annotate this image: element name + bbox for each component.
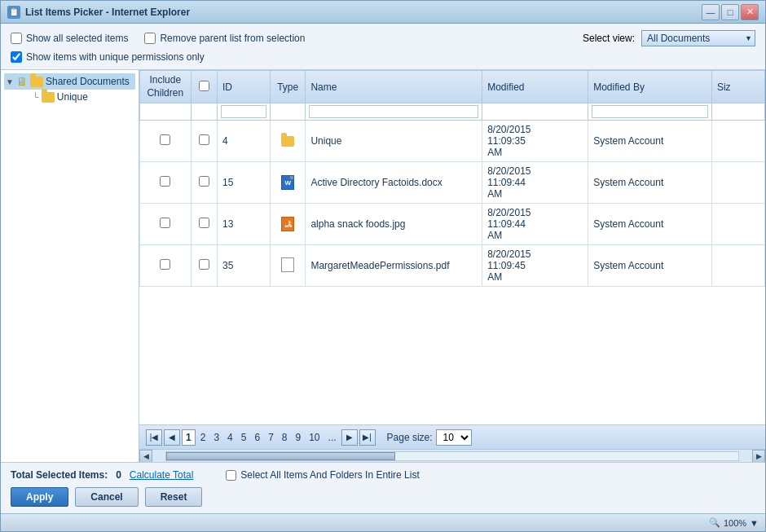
cell-include-2[interactable] bbox=[140, 162, 192, 204]
title-bar: 📋 List Items Picker - Internet Explorer … bbox=[1, 1, 765, 24]
page-ellipsis: ... bbox=[325, 430, 340, 445]
cell-size-3 bbox=[711, 204, 764, 245]
page-4[interactable]: 4 bbox=[224, 430, 236, 445]
last-page-button[interactable]: ▶| bbox=[359, 429, 376, 446]
minimize-button[interactable]: — bbox=[702, 4, 720, 20]
include-check-2[interactable] bbox=[160, 176, 170, 187]
cell-type-4 bbox=[271, 245, 306, 287]
select-all-checkbox[interactable] bbox=[199, 81, 209, 91]
data-grid[interactable]: IncludeChildren ID Type Name Modified Mo… bbox=[139, 70, 765, 424]
filter-name[interactable] bbox=[306, 103, 482, 121]
show-all-selected-checkbox[interactable]: Show all selected items bbox=[11, 33, 128, 44]
page-1[interactable]: 1 bbox=[182, 429, 196, 446]
select-all-entire-input[interactable] bbox=[226, 470, 236, 481]
scroll-left-button[interactable]: ◀ bbox=[139, 450, 152, 463]
page-size-select[interactable]: 5 10 25 50 bbox=[436, 429, 472, 446]
col-header-checkbox bbox=[191, 71, 218, 103]
page-6[interactable]: 6 bbox=[251, 430, 263, 445]
page-3[interactable]: 3 bbox=[210, 430, 222, 445]
cell-modified-3: 8/20/201511:09:44AM bbox=[482, 204, 588, 245]
cell-modified-by-3: System Account bbox=[588, 204, 712, 245]
page-5[interactable]: 5 bbox=[238, 430, 250, 445]
reset-button[interactable]: Reset bbox=[145, 487, 203, 507]
zoom-icon: 🔍 bbox=[709, 517, 720, 528]
pdf-file-icon bbox=[281, 257, 294, 272]
cell-size-4 bbox=[711, 245, 764, 287]
cell-name-4: MargaretMeadePermissions.pdf bbox=[306, 245, 482, 287]
select-all-area[interactable]: Select All Items And Folders In Entire L… bbox=[226, 469, 419, 481]
filter-id-input[interactable] bbox=[221, 105, 266, 118]
row-check-1[interactable] bbox=[199, 134, 209, 145]
show-all-selected-label: Show all selected items bbox=[26, 33, 128, 44]
cancel-button[interactable]: Cancel bbox=[75, 487, 138, 507]
page-size-area: Page size: 5 10 25 50 bbox=[387, 429, 472, 446]
network-icon: 🖥 bbox=[16, 75, 28, 88]
row-check-3[interactable] bbox=[199, 218, 209, 228]
expand-icon: ▼ bbox=[6, 77, 14, 86]
scroll-track[interactable] bbox=[165, 451, 739, 461]
include-check-3[interactable] bbox=[160, 218, 170, 228]
col-header-modified-by: Modified By bbox=[588, 71, 712, 103]
filter-modified-by-input[interactable] bbox=[592, 105, 708, 118]
page-9[interactable]: 9 bbox=[293, 430, 305, 445]
tree-item-shared-docs[interactable]: ▼ 🖥 Shared Documents bbox=[4, 73, 135, 90]
filter-modified-by[interactable] bbox=[588, 103, 712, 121]
cell-include-1[interactable] bbox=[140, 121, 192, 162]
filter-checkbox bbox=[191, 103, 218, 121]
tree-panel: ▼ 🖥 Shared Documents └ Unique bbox=[1, 70, 139, 462]
remove-parent-checkbox[interactable]: Remove parent list from selection bbox=[144, 33, 305, 44]
filter-type bbox=[271, 103, 306, 121]
close-button[interactable]: ✕ bbox=[741, 4, 759, 20]
first-page-button[interactable]: |◀ bbox=[146, 429, 162, 446]
include-check-1[interactable] bbox=[160, 134, 170, 145]
cell-include-3[interactable] bbox=[140, 204, 192, 245]
row-check-2[interactable] bbox=[199, 176, 209, 187]
tree-child: └ Unique bbox=[4, 90, 135, 104]
page-8[interactable]: 8 bbox=[279, 430, 291, 445]
next-page-button[interactable]: ▶ bbox=[341, 429, 358, 446]
remove-parent-label: Remove parent list from selection bbox=[160, 33, 305, 44]
total-count: 0 bbox=[116, 469, 121, 481]
page-7[interactable]: 7 bbox=[265, 430, 277, 445]
page-10[interactable]: 10 bbox=[306, 430, 323, 445]
scroll-thumb[interactable] bbox=[166, 452, 395, 460]
filter-include bbox=[140, 103, 192, 121]
status-zoom: 🔍 100% ▼ bbox=[709, 517, 759, 528]
col-header-type: Type bbox=[271, 71, 306, 103]
total-row: Total Selected Items: 0 Calculate Total … bbox=[11, 469, 755, 481]
cell-id-4: 35 bbox=[218, 245, 271, 287]
cell-checkbox-3[interactable] bbox=[191, 204, 218, 245]
show-unique-input[interactable] bbox=[11, 51, 22, 63]
filter-id[interactable] bbox=[218, 103, 271, 121]
show-all-selected-input[interactable] bbox=[11, 33, 22, 44]
apply-button[interactable]: Apply bbox=[11, 487, 68, 507]
cell-name-1: Unique bbox=[306, 121, 482, 162]
cell-name-3: alpha snack foods.jpg bbox=[306, 204, 482, 245]
row-check-4[interactable] bbox=[199, 259, 209, 270]
cell-checkbox-2[interactable] bbox=[191, 162, 218, 204]
cell-id-1: 4 bbox=[218, 121, 271, 162]
cell-include-4[interactable] bbox=[140, 245, 192, 287]
col-header-name: Name bbox=[306, 71, 482, 103]
page-2[interactable]: 2 bbox=[197, 430, 209, 445]
remove-parent-input[interactable] bbox=[144, 33, 156, 44]
zoom-dropdown-icon[interactable]: ▼ bbox=[750, 518, 759, 528]
col-header-modified: Modified bbox=[482, 71, 588, 103]
scroll-right-button[interactable]: ▶ bbox=[752, 450, 765, 463]
shared-docs-folder-icon bbox=[30, 77, 43, 87]
show-unique-checkbox[interactable]: Show items with unique permissions only bbox=[11, 51, 205, 63]
maximize-button[interactable]: □ bbox=[721, 4, 739, 20]
prev-page-button[interactable]: ◀ bbox=[164, 429, 180, 446]
cell-checkbox-1[interactable] bbox=[191, 121, 218, 162]
filter-name-input[interactable] bbox=[309, 105, 478, 118]
tree-item-unique[interactable]: └ Unique bbox=[20, 90, 135, 104]
cell-checkbox-4[interactable] bbox=[191, 245, 218, 287]
total-label: Total Selected Items: bbox=[11, 469, 108, 481]
horizontal-scrollbar[interactable]: ◀ ▶ bbox=[139, 449, 765, 462]
items-table: IncludeChildren ID Type Name Modified Mo… bbox=[139, 70, 765, 287]
include-check-4[interactable] bbox=[160, 259, 170, 270]
filter-row bbox=[140, 103, 765, 121]
calculate-total-link[interactable]: Calculate Total bbox=[130, 469, 194, 481]
view-select[interactable]: All Documents bbox=[641, 30, 755, 46]
cell-type-2: W bbox=[271, 162, 306, 204]
